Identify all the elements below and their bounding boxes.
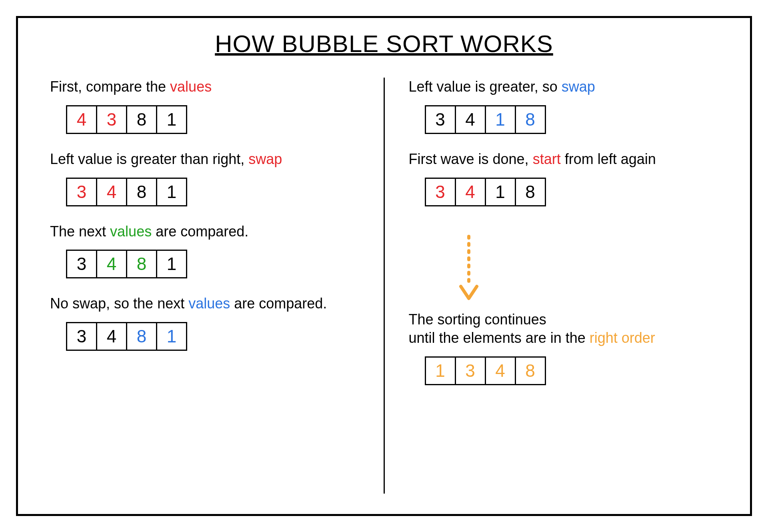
caption-span: right order	[590, 330, 655, 346]
caption-span: Left value is greater, so	[409, 78, 562, 95]
caption-span: The next	[50, 223, 110, 240]
caption-span: The sorting continuesuntil the elements …	[409, 311, 590, 346]
caption-span: First, compare the	[50, 78, 170, 95]
caption-span: values	[188, 295, 230, 312]
array-cell: 4	[96, 250, 127, 278]
diagram-title: HOW BUBBLE SORT WORKS	[38, 30, 730, 58]
caption-span: start	[533, 151, 561, 167]
array-cell: 1	[485, 178, 516, 206]
array-cell: 4	[455, 105, 486, 134]
step: The next values are compared.3481	[50, 222, 360, 279]
continue-arrow-icon	[457, 234, 718, 302]
array-row: 3418	[425, 105, 718, 134]
array-cell: 1	[156, 322, 187, 351]
diagram-frame: HOW BUBBLE SORT WORKS First, compare the…	[16, 16, 752, 516]
array-cell: 4	[96, 178, 127, 206]
array-cell: 4	[96, 322, 127, 351]
array-cell: 4	[66, 105, 97, 134]
caption-span: swap	[562, 78, 595, 95]
array-cell: 8	[126, 322, 157, 351]
array-cell: 4	[485, 356, 516, 385]
left-column: First, compare the values4381Left value …	[38, 78, 384, 494]
caption-span: swap	[248, 151, 282, 167]
columns: First, compare the values4381Left value …	[38, 78, 730, 494]
array-cell: 3	[425, 178, 456, 206]
caption-span: are compared.	[152, 223, 248, 240]
caption-span: from left again	[561, 151, 656, 167]
step-caption: The sorting continuesuntil the elements …	[409, 310, 718, 348]
caption-span: values	[110, 223, 152, 240]
array-row: 3481	[66, 250, 360, 278]
array-cell: 8	[126, 105, 157, 134]
array-cell: 1	[485, 105, 516, 134]
array-cell: 1	[156, 178, 187, 206]
caption-span: Left value is greater than right,	[50, 151, 248, 167]
array-row: 3418	[425, 178, 718, 206]
array-cell: 3	[66, 250, 97, 278]
caption-span: First wave is done,	[409, 151, 533, 167]
array-cell: 8	[126, 178, 157, 206]
array-cell: 3	[425, 105, 456, 134]
array-cell: 8	[126, 250, 157, 278]
array-cell: 3	[66, 178, 97, 206]
array-cell: 1	[156, 105, 187, 134]
array-row: 3481	[66, 322, 360, 351]
step-caption: Left value is greater, so swap	[409, 78, 718, 96]
step: Left value is greater than right, swap34…	[50, 150, 360, 206]
array-cell: 8	[515, 105, 546, 134]
right-column: Left value is greater, so swap3418First …	[384, 78, 730, 494]
caption-span: No swap, so the next	[50, 295, 188, 312]
step-caption: Left value is greater than right, swap	[50, 150, 360, 169]
step: First, compare the values4381	[50, 78, 360, 134]
step: First wave is done, start from left agai…	[409, 150, 718, 206]
array-cell: 3	[66, 322, 97, 351]
step-caption: First wave is done, start from left agai…	[409, 150, 718, 169]
array-cell: 3	[96, 105, 127, 134]
step-caption: First, compare the values	[50, 78, 360, 96]
array-cell: 1	[156, 250, 187, 278]
step: Left value is greater, so swap3418	[409, 78, 718, 134]
array-cell: 4	[455, 178, 486, 206]
array-cell: 8	[515, 356, 546, 385]
step: No swap, so the next values are compared…	[50, 294, 360, 351]
step-caption: The next values are compared.	[50, 222, 360, 241]
caption-span: values	[170, 78, 212, 95]
step-caption: No swap, so the next values are compared…	[50, 294, 360, 313]
array-row: 1348	[425, 356, 718, 385]
array-cell: 1	[425, 356, 456, 385]
step: The sorting continuesuntil the elements …	[409, 310, 718, 386]
array-cell: 3	[455, 356, 486, 385]
array-cell: 8	[515, 178, 546, 206]
array-row: 3481	[66, 178, 360, 206]
array-row: 4381	[66, 105, 360, 134]
caption-span: are compared.	[230, 295, 327, 312]
